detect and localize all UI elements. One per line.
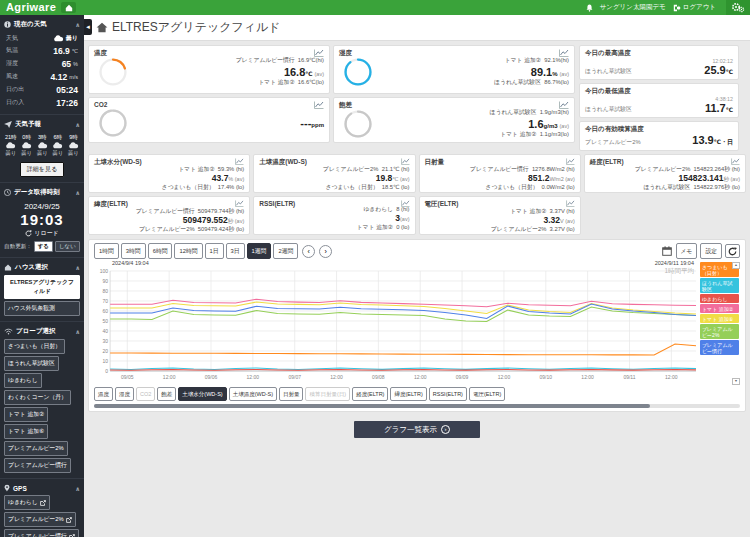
open-graph-button[interactable] [559, 101, 569, 109]
chevron-up-icon[interactable]: ∧ [75, 328, 80, 335]
chart-settings-button[interactable]: 設定 [700, 243, 722, 259]
lo-probe: トマト 追加② [500, 131, 536, 137]
legend-item[interactable]: トマト 追加② [700, 304, 739, 313]
house-select-header[interactable]: ハウス選択 ∧ [4, 261, 80, 275]
auto-update-off-button[interactable]: しない [55, 241, 80, 252]
home-button[interactable] [61, 2, 76, 13]
probe-button-label: わくわくコーン（丹） [8, 393, 67, 402]
legend-scroll-down-icon[interactable]: ▼ [732, 378, 740, 385]
calendar-button[interactable] [661, 246, 673, 256]
legend-item[interactable]: トマト 追加⑥ [700, 314, 739, 323]
graph-list-label: グラフ一覧表示 [384, 425, 437, 435]
chevron-up-icon[interactable]: ∧ [75, 189, 80, 196]
metric-toggle-button[interactable]: 積算日射量(日) [305, 387, 350, 401]
chart-prev-button[interactable]: ‹ [302, 245, 315, 258]
probe-select-button[interactable]: トマト 追加⑥ [4, 424, 48, 439]
chart-refresh-button[interactable] [725, 244, 740, 258]
time-range-button[interactable]: 1時間 [94, 243, 119, 259]
probe-select-button[interactable]: さつまいも（日射） [4, 339, 65, 354]
legend-label: プレミアムルビー慣行 [702, 342, 733, 354]
sensor-card: 緯度(ELTR) プレミアムルビー慣行 509479.744秒 (hi) 509… [88, 196, 250, 235]
reload-icon [25, 230, 32, 237]
chart-next-button[interactable]: › [319, 245, 332, 258]
open-graph-button[interactable] [235, 200, 244, 207]
line-chart[interactable]: 010203040506070809010009/0512:0009/0612:… [94, 261, 698, 385]
data-time-header[interactable]: データ取得時刻 ∧ [4, 186, 80, 200]
reload-button[interactable]: リロード [4, 229, 80, 238]
weather-label: 風速 [6, 72, 18, 81]
open-graph-button[interactable] [401, 158, 410, 165]
metric-toggle-button[interactable]: 日射量 [279, 387, 304, 401]
open-graph-button[interactable] [314, 49, 324, 57]
card-title: 今日の最高温度 [585, 49, 733, 58]
lo-value: 0.0W/m2 (lo) [542, 184, 575, 190]
time-range-button[interactable]: 3日 [226, 243, 245, 259]
svg-text:12:00: 12:00 [581, 374, 594, 380]
open-graph-button[interactable] [566, 200, 575, 207]
graph-list-button[interactable]: グラフ一覧表示 › [354, 421, 480, 438]
logout-button[interactable]: ログアウト [673, 3, 716, 12]
logout-label: ログアウト [683, 3, 716, 12]
open-graph-button[interactable] [731, 158, 740, 165]
forecast-header[interactable]: 天気予報 ∧ [4, 118, 80, 132]
probe-select-button[interactable]: プレミアムルビー慣行 [4, 458, 71, 473]
svg-text:10: 10 [103, 358, 109, 364]
open-graph-button[interactable] [235, 158, 244, 165]
legend-item[interactable]: プレミアムルビー慣行 [700, 340, 739, 355]
open-graph-button[interactable] [566, 158, 575, 165]
notifications-bell[interactable] [586, 4, 593, 12]
time-range-button[interactable]: 2週間 [273, 243, 298, 259]
probe-select-button[interactable]: ゆきわらし [4, 373, 42, 388]
chevron-up-icon[interactable]: ∧ [75, 264, 80, 271]
time-range-button[interactable]: 1日 [205, 243, 224, 259]
auto-update-on-button[interactable]: する [34, 241, 53, 252]
legend-scroll-up-icon[interactable]: ▲ [732, 262, 740, 269]
chevron-up-icon[interactable]: ∧ [75, 485, 80, 492]
metric-toggle-button[interactable]: CO2 [136, 387, 155, 401]
summary-value: 25.9 [704, 64, 725, 76]
time-range-button[interactable]: 6時間 [148, 243, 173, 259]
metric-toggle-button[interactable]: 湿度 [115, 387, 134, 401]
sidebar-collapse-button[interactable]: ◄ [84, 19, 92, 35]
hi-value: 16.9℃(hi) [298, 57, 324, 63]
open-graph-button[interactable] [559, 49, 569, 57]
organization-name[interactable]: サングリン太陽園デモ [600, 3, 666, 12]
gps-link-button[interactable]: プレミアムルビー2% [4, 512, 76, 527]
probe-select-button[interactable]: プレミアムルビー2% [4, 441, 68, 456]
probe-select-button[interactable]: ほうれん草試験区 [4, 356, 59, 371]
time-range-button[interactable]: 12時間 [174, 243, 202, 259]
forecast-detail-button[interactable]: 詳細を見る [20, 162, 64, 177]
metric-toggle-button[interactable]: 土壌温度(WD-S) [229, 387, 277, 401]
metric-toggle-button[interactable]: 飽差 [157, 387, 176, 401]
legend-item[interactable]: プレミアムルビー2% [700, 324, 739, 339]
time-range-button[interactable]: 1週間 [247, 243, 272, 259]
forecast-condition: 曇り [52, 150, 63, 157]
sensor-card: RSSI(ELTR) ゆきわらし 8 (hi) 3(av) トマト 追加② 0 … [253, 196, 415, 235]
gps-link-button[interactable]: プレミアムルビー慣行 [4, 529, 79, 537]
time-range-button[interactable]: 3時間 [121, 243, 146, 259]
metric-toggle-button[interactable]: 緯度(ELTR) [390, 387, 426, 401]
settings-menu-button[interactable] [726, 0, 750, 15]
metric-toggle-button[interactable]: 経度(ELTR) [352, 387, 388, 401]
house-item[interactable]: ハウス外気象観測 [4, 301, 80, 316]
metric-toggle-button[interactable]: 土壌水分(WD-S) [178, 387, 226, 401]
legend-item[interactable]: ゆきわらし [700, 294, 739, 303]
metric-toggle-button[interactable]: 温度 [94, 387, 113, 401]
legend-item[interactable]: ほうれん草試験区 [700, 278, 739, 293]
gps-header[interactable]: GPS ∧ [4, 482, 80, 495]
scrollbar-thumb[interactable] [94, 404, 650, 408]
time-range-label: 12時間 [179, 248, 197, 254]
probe-select-header[interactable]: プローブ選択 ∧ [4, 325, 80, 339]
house-item-selected[interactable]: ELTRESアグリテックフィルド [4, 275, 80, 299]
chevron-up-icon[interactable]: ∧ [75, 121, 80, 128]
probe-select-button[interactable]: トマト 追加② [4, 407, 48, 422]
lo-value: 18.5℃ (lo) [382, 184, 410, 190]
chevron-up-icon[interactable]: ∧ [75, 21, 80, 28]
current-weather-header[interactable]: 現在の天気 ∧ [4, 18, 80, 32]
gps-link-button[interactable]: ゆきわらし [4, 495, 50, 510]
probe-select-button[interactable]: わくわくコーン（丹） [4, 390, 71, 405]
hi-probe: トマト 追加② [505, 57, 541, 63]
memo-button[interactable]: メモ [676, 243, 698, 259]
metric-toggle-button[interactable]: RSSI(ELTR) [429, 387, 467, 401]
metric-toggle-button[interactable]: 電圧(ELTR) [469, 387, 505, 401]
